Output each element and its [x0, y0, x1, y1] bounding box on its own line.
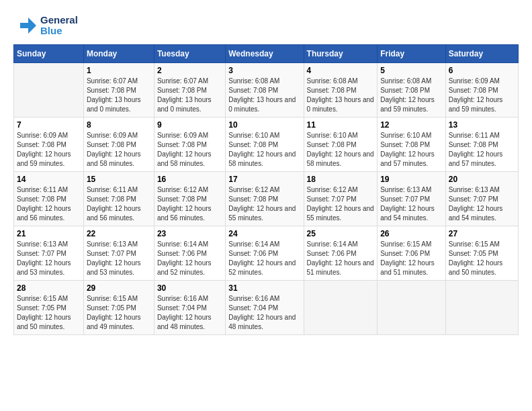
- calendar-week-row: 21 Sunrise: 6:13 AM Sunset: 7:07 PM Dayl…: [14, 226, 519, 281]
- day-info: Sunrise: 6:14 AM Sunset: 7:06 PM Dayligh…: [307, 240, 375, 277]
- day-info: Sunrise: 6:10 AM Sunset: 7:08 PM Dayligh…: [380, 131, 443, 169]
- calendar-cell: 13 Sunrise: 6:11 AM Sunset: 7:08 PM Dayl…: [445, 118, 518, 172]
- day-info: Sunrise: 6:14 AM Sunset: 7:06 PM Dayligh…: [228, 240, 300, 277]
- calendar-cell: 4 Sunrise: 6:08 AM Sunset: 7:08 PM Dayli…: [304, 63, 378, 118]
- calendar-cell: 18 Sunrise: 6:12 AM Sunset: 7:07 PM Dayl…: [304, 172, 378, 226]
- day-number: 13: [449, 120, 515, 130]
- calendar-cell: 12 Sunrise: 6:10 AM Sunset: 7:08 PM Dayl…: [378, 118, 446, 172]
- day-info: Sunrise: 6:08 AM Sunset: 7:08 PM Dayligh…: [380, 77, 443, 114]
- calendar-cell: 25 Sunrise: 6:14 AM Sunset: 7:06 PM Dayl…: [304, 226, 378, 281]
- calendar-cell: 26 Sunrise: 6:15 AM Sunset: 7:06 PM Dayl…: [378, 226, 446, 281]
- calendar-cell: [378, 281, 446, 335]
- calendar-cell: 1 Sunrise: 6:07 AM Sunset: 7:08 PM Dayli…: [83, 63, 154, 118]
- calendar-week-row: 28 Sunrise: 6:15 AM Sunset: 7:05 PM Dayl…: [14, 281, 519, 335]
- day-number: 24: [228, 229, 300, 238]
- day-number: 4: [307, 66, 375, 75]
- day-info: Sunrise: 6:13 AM Sunset: 7:07 PM Dayligh…: [380, 185, 443, 223]
- day-info: Sunrise: 6:09 AM Sunset: 7:08 PM Dayligh…: [157, 131, 222, 169]
- day-number: 14: [17, 175, 81, 184]
- day-info: Sunrise: 6:13 AM Sunset: 7:07 PM Dayligh…: [17, 240, 81, 277]
- day-header-tuesday: Tuesday: [154, 45, 225, 63]
- logo-icon: [13, 13, 38, 38]
- day-info: Sunrise: 6:15 AM Sunset: 7:05 PM Dayligh…: [17, 294, 81, 332]
- calendar-cell: 29 Sunrise: 6:15 AM Sunset: 7:05 PM Dayl…: [83, 281, 154, 335]
- day-info: Sunrise: 6:14 AM Sunset: 7:06 PM Dayligh…: [157, 240, 222, 277]
- calendar-week-row: 7 Sunrise: 6:09 AM Sunset: 7:08 PM Dayli…: [14, 118, 519, 172]
- day-number: 7: [17, 120, 81, 130]
- day-header-saturday: Saturday: [445, 45, 518, 63]
- calendar-cell: 16 Sunrise: 6:12 AM Sunset: 7:08 PM Dayl…: [154, 172, 225, 226]
- calendar-cell: 10 Sunrise: 6:10 AM Sunset: 7:08 PM Dayl…: [226, 118, 304, 172]
- day-number: 27: [449, 229, 515, 238]
- calendar-week-row: 14 Sunrise: 6:11 AM Sunset: 7:08 PM Dayl…: [14, 172, 519, 226]
- day-info: Sunrise: 6:09 AM Sunset: 7:08 PM Dayligh…: [17, 131, 81, 169]
- calendar-header-row: SundayMondayTuesdayWednesdayThursdayFrid…: [14, 45, 519, 63]
- day-number: 31: [228, 283, 300, 293]
- day-number: 22: [87, 229, 151, 238]
- day-number: 18: [307, 175, 375, 184]
- calendar-cell: 23 Sunrise: 6:14 AM Sunset: 7:06 PM Dayl…: [154, 226, 225, 281]
- day-info: Sunrise: 6:09 AM Sunset: 7:08 PM Dayligh…: [87, 131, 151, 169]
- day-number: 3: [228, 66, 300, 75]
- day-header-thursday: Thursday: [304, 45, 378, 63]
- calendar-cell: 20 Sunrise: 6:13 AM Sunset: 7:07 PM Dayl…: [445, 172, 518, 226]
- day-number: 15: [87, 175, 151, 184]
- day-info: Sunrise: 6:16 AM Sunset: 7:04 PM Dayligh…: [228, 294, 300, 332]
- day-info: Sunrise: 6:15 AM Sunset: 7:06 PM Dayligh…: [380, 240, 443, 277]
- calendar-cell: 7 Sunrise: 6:09 AM Sunset: 7:08 PM Dayli…: [14, 118, 84, 172]
- day-number: 10: [228, 120, 300, 130]
- calendar-cell: [14, 63, 84, 118]
- calendar-cell: 19 Sunrise: 6:13 AM Sunset: 7:07 PM Dayl…: [378, 172, 446, 226]
- day-number: 9: [157, 120, 222, 130]
- day-info: Sunrise: 6:12 AM Sunset: 7:08 PM Dayligh…: [157, 185, 222, 223]
- calendar-cell: 24 Sunrise: 6:14 AM Sunset: 7:06 PM Dayl…: [226, 226, 304, 281]
- day-number: 1: [87, 66, 151, 75]
- day-number: 8: [87, 120, 151, 130]
- calendar-cell: 27 Sunrise: 6:15 AM Sunset: 7:05 PM Dayl…: [445, 226, 518, 281]
- calendar-cell: 28 Sunrise: 6:15 AM Sunset: 7:05 PM Dayl…: [14, 281, 84, 335]
- page-header: General Blue: [13, 13, 519, 38]
- day-number: 6: [449, 66, 515, 75]
- day-header-monday: Monday: [83, 45, 154, 63]
- calendar-cell: 2 Sunrise: 6:07 AM Sunset: 7:08 PM Dayli…: [154, 63, 225, 118]
- day-number: 28: [17, 283, 81, 293]
- day-number: 26: [380, 229, 443, 238]
- day-info: Sunrise: 6:16 AM Sunset: 7:04 PM Dayligh…: [157, 294, 222, 332]
- day-number: 30: [157, 283, 222, 293]
- calendar-cell: 22 Sunrise: 6:13 AM Sunset: 7:07 PM Dayl…: [83, 226, 154, 281]
- day-info: Sunrise: 6:07 AM Sunset: 7:08 PM Dayligh…: [157, 77, 222, 114]
- day-header-friday: Friday: [378, 45, 446, 63]
- day-info: Sunrise: 6:13 AM Sunset: 7:07 PM Dayligh…: [449, 185, 515, 223]
- day-number: 20: [449, 175, 515, 184]
- day-info: Sunrise: 6:11 AM Sunset: 7:08 PM Dayligh…: [17, 185, 81, 223]
- calendar-cell: 17 Sunrise: 6:12 AM Sunset: 7:08 PM Dayl…: [226, 172, 304, 226]
- calendar-cell: 3 Sunrise: 6:08 AM Sunset: 7:08 PM Dayli…: [226, 63, 304, 118]
- day-number: 25: [307, 229, 375, 238]
- calendar-cell: 8 Sunrise: 6:09 AM Sunset: 7:08 PM Dayli…: [83, 118, 154, 172]
- day-number: 5: [380, 66, 443, 75]
- calendar-cell: 30 Sunrise: 6:16 AM Sunset: 7:04 PM Dayl…: [154, 281, 225, 335]
- calendar-week-row: 1 Sunrise: 6:07 AM Sunset: 7:08 PM Dayli…: [14, 63, 519, 118]
- calendar-cell: 21 Sunrise: 6:13 AM Sunset: 7:07 PM Dayl…: [14, 226, 84, 281]
- calendar-cell: 14 Sunrise: 6:11 AM Sunset: 7:08 PM Dayl…: [14, 172, 84, 226]
- day-info: Sunrise: 6:11 AM Sunset: 7:08 PM Dayligh…: [87, 185, 151, 223]
- calendar-cell: [445, 281, 518, 335]
- day-number: 12: [380, 120, 443, 130]
- day-number: 21: [17, 229, 81, 238]
- day-info: Sunrise: 6:15 AM Sunset: 7:05 PM Dayligh…: [87, 294, 151, 332]
- day-number: 23: [157, 229, 222, 238]
- logo-blue: Blue: [40, 26, 78, 37]
- day-number: 2: [157, 66, 222, 75]
- day-info: Sunrise: 6:12 AM Sunset: 7:07 PM Dayligh…: [307, 185, 375, 223]
- calendar-cell: 31 Sunrise: 6:16 AM Sunset: 7:04 PM Dayl…: [226, 281, 304, 335]
- calendar-cell: [304, 281, 378, 335]
- day-info: Sunrise: 6:09 AM Sunset: 7:08 PM Dayligh…: [449, 77, 515, 114]
- logo: General Blue: [13, 13, 78, 38]
- day-number: 29: [87, 283, 151, 293]
- calendar-cell: 11 Sunrise: 6:10 AM Sunset: 7:08 PM Dayl…: [304, 118, 378, 172]
- day-header-sunday: Sunday: [14, 45, 84, 63]
- day-header-wednesday: Wednesday: [226, 45, 304, 63]
- day-info: Sunrise: 6:10 AM Sunset: 7:08 PM Dayligh…: [228, 131, 300, 169]
- calendar-table: SundayMondayTuesdayWednesdayThursdayFrid…: [13, 44, 519, 335]
- day-info: Sunrise: 6:07 AM Sunset: 7:08 PM Dayligh…: [87, 77, 151, 114]
